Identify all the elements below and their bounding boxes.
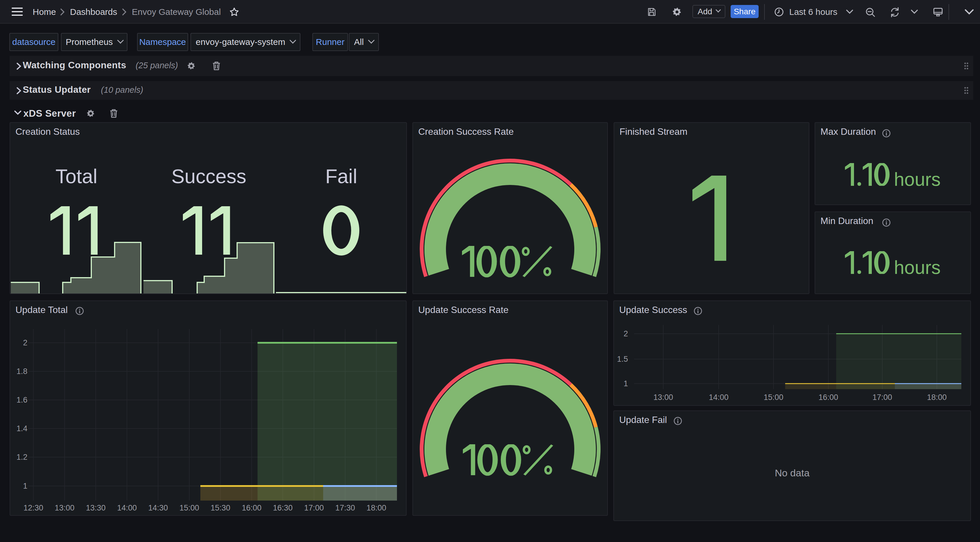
svg-text:17:00: 17:00: [304, 504, 324, 512]
svg-text:15:00: 15:00: [764, 393, 783, 402]
svg-text:14:00: 14:00: [709, 393, 729, 402]
svg-text:14:00: 14:00: [117, 504, 137, 512]
svg-text:18:00: 18:00: [367, 504, 387, 512]
svg-text:1.2: 1.2: [16, 453, 27, 461]
svg-text:1.4: 1.4: [16, 424, 27, 433]
svg-text:1: 1: [23, 481, 27, 490]
svg-text:13:30: 13:30: [86, 504, 106, 512]
svg-text:16:00: 16:00: [818, 393, 838, 402]
svg-text:17:30: 17:30: [336, 504, 355, 512]
svg-text:15:00: 15:00: [180, 504, 199, 512]
svg-text:1.6: 1.6: [16, 395, 27, 404]
svg-text:15:30: 15:30: [211, 504, 231, 512]
svg-text:1: 1: [624, 379, 628, 388]
svg-text:17:00: 17:00: [872, 393, 892, 402]
svg-text:12:30: 12:30: [24, 504, 43, 512]
svg-text:13:00: 13:00: [55, 504, 75, 512]
svg-text:2: 2: [624, 329, 628, 338]
svg-text:1.5: 1.5: [617, 355, 628, 363]
svg-text:1.8: 1.8: [16, 367, 27, 376]
svg-text:16:30: 16:30: [273, 504, 293, 512]
svg-text:18:00: 18:00: [927, 393, 947, 402]
svg-text:14:30: 14:30: [148, 504, 168, 512]
svg-text:13:00: 13:00: [653, 393, 673, 402]
svg-text:2: 2: [23, 338, 27, 347]
svg-text:16:00: 16:00: [242, 504, 262, 512]
